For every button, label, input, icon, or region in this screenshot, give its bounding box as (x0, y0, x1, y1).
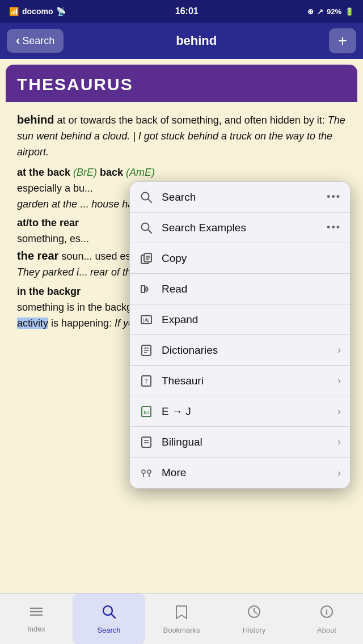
back-chevron-icon: ‹ (16, 33, 20, 48)
status-left: 📶 docomo 📡 (9, 7, 66, 16)
tab-bookmarks[interactable]: Bookmarks (145, 594, 218, 645)
menu-item-more[interactable]: More › (130, 457, 350, 488)
history-tab-icon (246, 604, 262, 624)
menu-item-search-examples[interactable]: Search Examples ••• (130, 213, 350, 243)
menu-item-search[interactable]: Search ••• (130, 182, 350, 213)
section2-head: at/to the rear (17, 217, 79, 228)
menu-item-dictionaries[interactable]: Dictionaries › (130, 335, 350, 366)
svg-rect-20 (142, 437, 151, 447)
page-title: behind (176, 33, 217, 48)
section1-ellipsis: ... (85, 183, 93, 194)
status-right: ⊕ ↗ 92% 🔋 (307, 7, 354, 16)
tab-bar: Index Search Bookmarks History (0, 593, 363, 644)
main-content: THESAURUS behind at or towards the back … (0, 59, 363, 593)
tab-index[interactable]: Index (0, 594, 73, 645)
dictionaries-icon (139, 343, 154, 358)
svg-line-3 (148, 230, 151, 233)
dictionaries-label: Dictionaries (162, 344, 330, 357)
thesaurus-header: THESAURUS (6, 65, 357, 102)
section3-head: in the backg (17, 286, 77, 297)
thesaurus-title: THESAURUS (17, 75, 133, 94)
svg-line-34 (254, 612, 257, 613)
main-entry-word: behind (17, 113, 54, 126)
index-tab-label: Index (27, 625, 45, 633)
expand-label: Expand (162, 313, 341, 326)
signal-icon: 📶 (9, 7, 19, 16)
section1-tag1: (BrE) (73, 167, 100, 178)
menu-item-thesauri[interactable]: T Thesauri › (130, 366, 350, 396)
svg-text:EJ: EJ (143, 410, 149, 415)
section1-word: back (100, 167, 123, 178)
thesauri-icon: T (139, 374, 154, 388)
svg-text:T: T (145, 378, 148, 384)
wifi-icon: 📡 (56, 7, 66, 16)
search-tab-label: Search (97, 626, 120, 634)
time-label: 16:01 (175, 6, 199, 16)
search-more-dots: ••• (327, 191, 341, 203)
svg-marker-9 (141, 286, 145, 293)
svg-text:|A|: |A| (143, 317, 150, 323)
search-examples-dots: ••• (327, 222, 341, 234)
tab-history[interactable]: History (218, 594, 290, 645)
expand-icon: |A| (139, 312, 154, 327)
battery-icon: 🔋 (345, 7, 354, 16)
bilingual-icon (139, 435, 154, 450)
location-icon: ↗ (317, 7, 323, 16)
search-menu-icon (139, 190, 154, 205)
add-icon: + (338, 32, 347, 50)
menu-item-etoj[interactable]: EJ E → J › (130, 396, 350, 427)
svg-point-23 (142, 470, 145, 473)
status-bar: 📶 docomo 📡 16:01 ⊕ ↗ 92% 🔋 (0, 0, 363, 23)
svg-point-24 (147, 470, 151, 473)
search-examples-icon (139, 221, 154, 235)
section2-ellipsis3: ... (79, 266, 87, 278)
copy-icon (139, 251, 154, 266)
history-tab-label: History (243, 626, 265, 634)
etoj-icon: EJ (139, 404, 154, 419)
read-icon (139, 282, 154, 296)
menu-item-bilingual[interactable]: Bilingual › (130, 427, 350, 457)
more-chevron-icon: › (337, 467, 341, 479)
dictionaries-chevron-icon: › (337, 344, 341, 356)
search-examples-label: Search Examples (162, 222, 319, 234)
section2-ellipsis: ... (81, 233, 89, 244)
about-tab-icon: i (319, 604, 335, 624)
search-menu-label: Search (162, 191, 319, 204)
battery-label: 92% (327, 7, 341, 16)
main-def-text: at or towards the back of something, and… (54, 115, 328, 126)
thesauri-chevron-icon: › (337, 375, 341, 387)
section2-word: the rear (17, 249, 58, 262)
search-tab-icon (101, 604, 117, 624)
section3-end: is happening: (48, 317, 115, 329)
section1-ex: garden at the (17, 198, 80, 210)
read-label: Read (162, 283, 341, 295)
section1-tag2: (AmE) (123, 167, 155, 178)
section2-text: something, es (17, 233, 81, 244)
svg-text:i: i (326, 608, 328, 616)
add-button[interactable]: + (329, 28, 356, 53)
menu-item-expand[interactable]: |A| Expand (130, 304, 350, 335)
section2-ex: They parked i (17, 266, 79, 278)
back-button[interactable]: ‹ Search (7, 29, 64, 53)
tab-about[interactable]: i About (290, 594, 363, 645)
menu-item-read[interactable]: Read (130, 274, 350, 304)
more-icon (139, 465, 154, 480)
section1-ex2: ... (80, 198, 88, 210)
section1-head: at the back (17, 167, 73, 178)
etoj-label: E → J (162, 405, 330, 418)
bilingual-label: Bilingual (162, 436, 330, 448)
bookmarks-tab-icon (174, 604, 189, 624)
section3-highlight: activity (17, 317, 48, 329)
thesauri-label: Thesauri (162, 375, 330, 387)
about-tab-label: About (317, 626, 336, 634)
bilingual-chevron-icon: › (337, 436, 341, 448)
section1-text: especially a bu (17, 183, 85, 194)
more-label: More (162, 467, 330, 479)
index-tab-icon (28, 605, 44, 622)
svg-line-31 (111, 614, 115, 618)
back-label: Search (22, 35, 54, 47)
tab-search[interactable]: Search (73, 594, 145, 645)
menu-item-copy[interactable]: Copy (130, 243, 350, 274)
nav-bar: ‹ Search behind + (0, 23, 363, 59)
copy-label: Copy (162, 252, 341, 265)
